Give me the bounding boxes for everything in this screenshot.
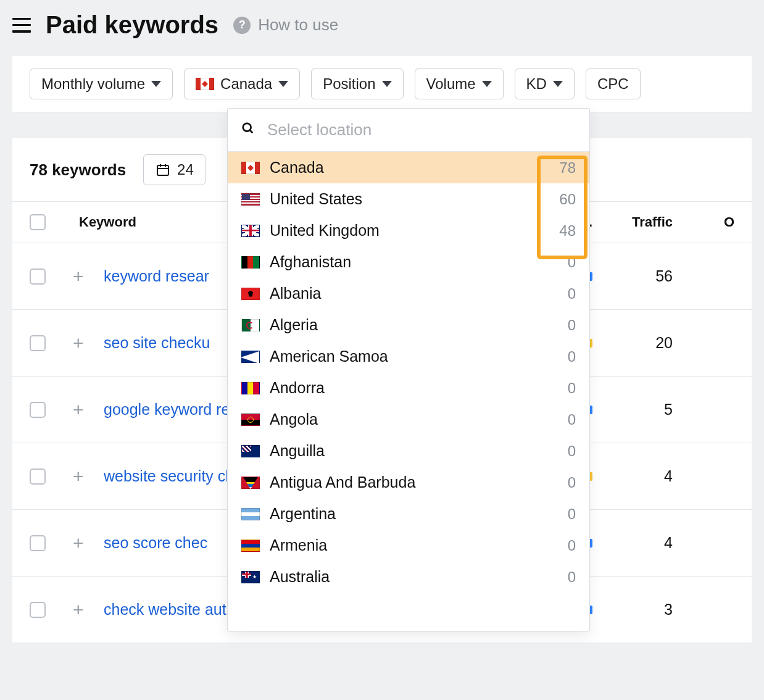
location-name: United States [270,190,549,208]
chevron-down-icon [482,81,492,87]
location-option[interactable]: United Kingdom 48 [228,215,589,246]
location-search-input[interactable] [266,120,576,140]
location-option[interactable]: Argentina 0 [228,498,589,530]
expand-button[interactable]: + [73,267,98,286]
expand-button[interactable]: + [73,601,98,619]
location-option[interactable]: Algeria 0 [228,309,589,341]
filters-bar: Monthly volume Canada Position Volume KD… [12,56,752,112]
flag-icon [241,319,260,331]
flag-icon [241,414,260,426]
location-list[interactable]: Canada 78 United States 60 United Kingdo… [228,152,589,631]
location-option[interactable]: Armenia 0 [228,530,589,561]
search-icon [241,122,255,139]
svg-rect-0 [157,165,168,175]
row-checkbox[interactable] [30,402,46,418]
location-option[interactable]: Albania 0 [228,278,589,309]
location-count: 0 [568,348,576,365]
location-option[interactable]: American Samoa 0 [228,341,589,372]
how-to-use-link[interactable]: ? How to use [233,15,338,35]
row-checkbox[interactable] [30,335,46,351]
location-option[interactable]: Antigua And Barbuda 0 [228,467,589,498]
location-name: Algeria [270,316,558,334]
filter-cpc[interactable]: CPC [586,69,641,99]
traffic-value: 5 [599,401,673,419]
location-name: Albania [270,285,558,302]
filter-position[interactable]: Position [311,69,403,99]
filter-kd[interactable]: KD [515,69,575,99]
filter-monthly-volume[interactable]: Monthly volume [30,69,173,99]
expand-button[interactable]: + [73,401,98,419]
flag-icon [241,477,260,489]
location-count: 0 [568,569,576,586]
svg-line-5 [250,130,253,133]
col-traffic: Traffic [599,214,673,230]
row-checkbox[interactable] [30,269,46,285]
location-option[interactable]: United States 60 [228,183,589,215]
location-name: Andorra [270,379,558,397]
location-name: American Samoa [270,348,558,365]
flag-icon [241,225,260,237]
location-name: Antigua And Barbuda [270,473,558,491]
date-filter[interactable]: 24 [143,154,206,185]
location-option[interactable]: Canada 78 [228,152,589,183]
flag-icon [241,540,260,552]
chevron-down-icon [553,81,563,87]
filter-label: Volume [426,75,476,93]
traffic-value: 56 [599,267,673,285]
traffic-value: 20 [599,334,673,352]
location-option[interactable]: Anguilla 0 [228,435,589,467]
filter-volume[interactable]: Volume [415,69,504,99]
row-checkbox[interactable] [30,469,46,485]
hamburger-menu-icon[interactable] [12,18,31,33]
how-to-use-label: How to use [258,15,338,35]
location-count: 0 [568,285,576,302]
location-count: 78 [559,159,576,177]
location-count: 0 [568,537,576,554]
location-count: 0 [568,443,576,460]
svg-point-4 [243,123,251,131]
filter-label: KD [526,75,547,93]
location-count: 0 [568,254,576,271]
select-all-checkbox[interactable] [30,214,46,230]
canada-flag-icon [196,78,214,90]
col-on: O [679,214,734,230]
traffic-value: 4 [599,467,673,485]
location-name: United Kingdom [270,222,549,240]
location-option[interactable]: Andorra 0 [228,372,589,404]
location-name: Armenia [270,536,558,554]
row-checkbox[interactable] [30,535,46,551]
page-title: Paid keywords [46,11,218,39]
flag-icon [241,508,260,520]
expand-button[interactable]: + [73,534,98,552]
location-count: 0 [568,411,576,428]
calendar-icon [155,162,171,177]
filter-label: Position [323,75,375,93]
flag-icon [241,382,260,394]
chevron-down-icon [278,81,288,87]
location-option[interactable]: Angola 0 [228,404,589,435]
filter-country[interactable]: Canada [184,69,300,99]
filter-label: CPC [597,75,629,93]
chevron-down-icon [382,81,392,87]
flag-icon [241,162,260,174]
location-option[interactable]: Australia 0 [228,561,589,593]
location-dropdown: Canada 78 United States 60 United Kingdo… [227,108,590,631]
traffic-value: 3 [599,601,673,619]
expand-button[interactable]: + [73,334,98,352]
help-icon: ? [233,17,251,34]
flag-icon [241,288,260,300]
flag-icon [241,351,260,363]
expand-button[interactable]: + [73,467,98,486]
traffic-value: 4 [599,534,673,552]
location-name: Canada [270,159,549,177]
location-name: Anguilla [270,442,558,460]
row-checkbox[interactable] [30,602,46,618]
location-name: Afghanistan [270,253,558,271]
flag-icon [241,193,260,206]
location-name: Angola [270,410,558,428]
location-count: 0 [568,380,576,397]
flag-icon [241,256,260,269]
location-name: Australia [270,568,558,586]
location-name: Argentina [270,505,558,523]
location-option[interactable]: Afghanistan 0 [228,246,589,278]
